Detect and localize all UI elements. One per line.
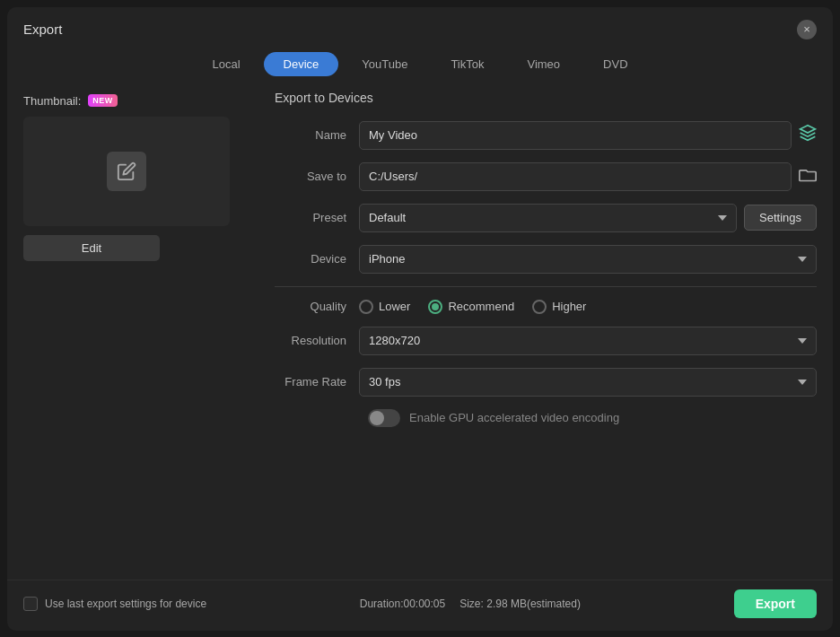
right-panel: Export to Devices Name Save [275, 87, 817, 571]
preset-row: Preset Default Custom Settings [275, 204, 817, 232]
size-value: 2.98 MB(estimated) [486, 598, 581, 610]
frame-rate-select[interactable]: 30 fps 24 fps 60 fps [359, 368, 817, 397]
quality-options: Lower Recommend Higher [359, 300, 586, 314]
save-to-input[interactable] [359, 162, 792, 191]
toggle-knob [370, 411, 384, 425]
resolution-row: Resolution 1280x720 1920x1080 720x480 [275, 327, 817, 355]
tab-device[interactable]: Device [264, 52, 339, 76]
preset-select[interactable]: Default Custom [359, 204, 737, 232]
last-settings-label: Use last export settings for device [45, 598, 206, 610]
frame-rate-label: Frame Rate [275, 375, 346, 388]
new-badge: NEW [88, 94, 118, 107]
footer-center: Duration:00:00:05 Size: 2.98 MB(estimate… [360, 598, 581, 610]
frame-rate-row: Frame Rate 30 fps 24 fps 60 fps [275, 368, 817, 397]
quality-recommend-label: Recommend [448, 300, 514, 313]
radio-lower-circle [359, 300, 373, 314]
radio-recommend-dot [432, 303, 439, 310]
name-input[interactable] [359, 121, 792, 150]
name-label: Name [275, 128, 346, 142]
save-to-label: Save to [275, 170, 346, 183]
thumbnail-icon [107, 152, 146, 191]
quality-lower-label: Lower [379, 300, 410, 313]
ai-icon-button[interactable] [799, 124, 817, 146]
gpu-toggle-row: Enable GPU accelerated video encoding [275, 409, 817, 427]
quality-row: Quality Lower Recommend Higher [275, 300, 817, 314]
divider [275, 286, 817, 287]
thumbnail-label: Thumbnail: [23, 94, 81, 108]
export-to-title: Export to Devices [275, 91, 817, 105]
last-settings-checkbox[interactable] [23, 597, 38, 611]
save-to-row: Save to [275, 162, 817, 191]
quality-lower[interactable]: Lower [359, 300, 410, 314]
duration-value: 00:00:05 [403, 598, 445, 610]
tab-tiktok[interactable]: TikTok [431, 52, 503, 76]
radio-higher-circle [532, 300, 547, 314]
duration-label: Duration: [360, 598, 404, 610]
device-row: Device iPhone iPad Android Apple TV [275, 245, 817, 274]
dialog-title: Export [23, 22, 62, 37]
title-bar: Export × [7, 7, 833, 48]
tab-dvd[interactable]: DVD [583, 52, 647, 76]
device-select[interactable]: iPhone iPad Android Apple TV [359, 245, 817, 274]
resolution-label: Resolution [275, 334, 346, 347]
tab-youtube[interactable]: YouTube [342, 52, 427, 76]
left-panel: Thumbnail: NEW Edit [23, 87, 275, 571]
quality-higher[interactable]: Higher [532, 300, 586, 314]
name-row: Name [275, 121, 817, 150]
settings-button[interactable]: Settings [744, 205, 817, 231]
ai-icon [799, 124, 817, 146]
folder-button[interactable] [799, 166, 817, 187]
tab-local[interactable]: Local [192, 52, 259, 76]
tabs-row: Local Device YouTube TikTok Vimeo DVD [7, 48, 833, 87]
quality-higher-label: Higher [552, 300, 586, 313]
tab-vimeo[interactable]: Vimeo [507, 52, 580, 76]
size-label: Size: [459, 598, 484, 610]
device-label: Device [275, 252, 346, 266]
edit-button[interactable]: Edit [23, 235, 160, 261]
quality-recommend[interactable]: Recommend [428, 300, 514, 314]
duration-stat: Duration:00:00:05 [360, 598, 445, 610]
main-content: Thumbnail: NEW Edit Export to Devices Na… [7, 87, 833, 580]
radio-recommend-circle [428, 300, 442, 314]
gpu-toggle[interactable] [368, 409, 400, 427]
quality-label: Quality [275, 300, 346, 313]
size-stat: Size: 2.98 MB(estimated) [459, 598, 581, 610]
export-dialog: Export × Local Device YouTube TikTok Vim… [7, 7, 833, 631]
preset-label: Preset [275, 211, 346, 224]
export-button[interactable]: Export [734, 589, 817, 618]
thumbnail-preview [23, 117, 230, 226]
resolution-select[interactable]: 1280x720 1920x1080 720x480 [359, 327, 817, 355]
footer: Use last export settings for device Dura… [7, 580, 833, 631]
close-button[interactable]: × [797, 20, 817, 39]
gpu-label: Enable GPU accelerated video encoding [409, 411, 619, 424]
thumbnail-label-row: Thumbnail: NEW [23, 94, 118, 108]
footer-left: Use last export settings for device [23, 597, 206, 611]
